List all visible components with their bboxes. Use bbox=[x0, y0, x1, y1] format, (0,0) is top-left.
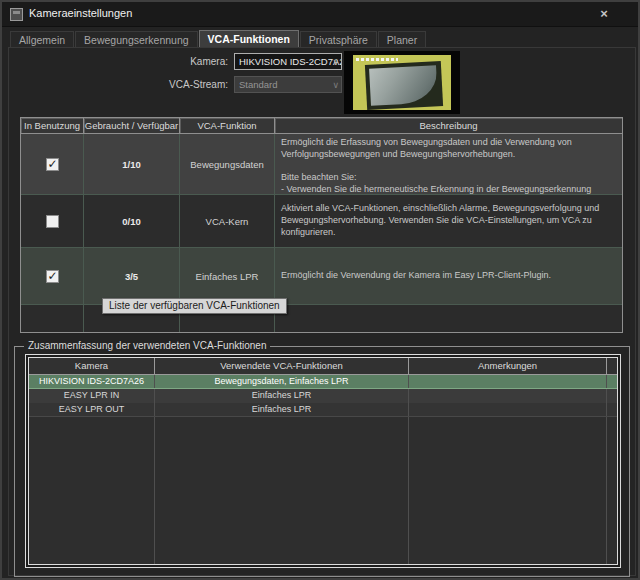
tab-allgemein[interactable]: Allgemein bbox=[10, 31, 74, 48]
usage-value: 1/10 bbox=[84, 134, 180, 195]
summary-table-frame: Kamera Verwendete VCA-Funktionen Anmerku… bbox=[25, 354, 621, 568]
close-icon[interactable]: × bbox=[596, 7, 612, 22]
function-description: Ermöglicht die Verwendung der Kamera im … bbox=[275, 248, 622, 305]
function-name: Bewegungsdaten bbox=[180, 134, 275, 195]
header-beschreibung: Beschreibung bbox=[275, 118, 622, 134]
summary-row-easy-lpr-out[interactable]: EASY LPR OUT Einfaches LPR bbox=[29, 403, 617, 417]
vca-table-header: In Benutzung Gebraucht / Verfügbar VCA-F… bbox=[21, 118, 622, 134]
function-name: Einfaches LPR bbox=[180, 248, 275, 305]
camera-preview-photo bbox=[353, 55, 451, 110]
camera-select-value: HIKVISION IDS-2CD7A26 bbox=[239, 56, 342, 67]
vca-stream-select[interactable]: Standard ∨ bbox=[234, 76, 342, 93]
usage-value: 0/10 bbox=[84, 195, 180, 248]
summary-functions: Einfaches LPR bbox=[155, 403, 409, 416]
title-bar: Kameraeinstellungen × bbox=[2, 2, 638, 27]
summary-functions: Einfaches LPR bbox=[155, 389, 409, 403]
summary-notes bbox=[409, 375, 607, 388]
header-vca-funktion: VCA-Funktion bbox=[180, 118, 275, 134]
checkbox-bewegungsdaten[interactable] bbox=[46, 158, 59, 171]
camera-label: Kamera: bbox=[118, 56, 228, 67]
summary-row-easy-lpr-in[interactable]: EASY LPR IN Einfaches LPR bbox=[29, 389, 617, 403]
header-anmerkungen: Anmerkungen bbox=[409, 358, 607, 374]
function-description: Ermöglicht die Erfassung von Bewegungsda… bbox=[275, 134, 622, 195]
camera-settings-dialog: Kameraeinstellungen × Allgemein Bewegung… bbox=[0, 0, 640, 580]
function-name: VCA-Kern bbox=[180, 195, 275, 248]
summary-functions: Bewegungsdaten, Einfaches LPR bbox=[155, 375, 409, 388]
summary-camera: HIKVISION IDS-2CD7A26 bbox=[29, 375, 155, 388]
summary-camera: EASY LPR IN bbox=[29, 389, 155, 403]
summary-camera: EASY LPR OUT bbox=[29, 403, 155, 416]
tab-privatsphaere[interactable]: Privatsphäre bbox=[300, 31, 377, 48]
checkbox-einfaches-lpr[interactable] bbox=[46, 270, 59, 283]
framed-road-scene bbox=[365, 61, 443, 110]
tooltip: Liste der verfügbaren VCA-Funktionen bbox=[102, 298, 287, 314]
vca-stream-label: VCA-Stream: bbox=[118, 79, 228, 90]
summary-group-title: Zusammenfassung der verwendeten VCA-Funk… bbox=[24, 340, 270, 351]
usage-value: 3/5 bbox=[84, 248, 180, 305]
chevron-down-icon: ∨ bbox=[332, 55, 339, 70]
camera-preview bbox=[344, 51, 460, 114]
header-verwendete-vca-funktionen: Verwendete VCA-Funktionen bbox=[155, 358, 409, 374]
page-title: Kameraeinstellungen bbox=[29, 7, 132, 19]
checkbox-vca-kern[interactable] bbox=[46, 215, 59, 228]
header-gebraucht-verfuegbar: Gebraucht / Verfügbar bbox=[84, 118, 180, 134]
tab-bar: Allgemein Bewegungserkennung VCA-Funktio… bbox=[10, 30, 427, 48]
summary-empty-space bbox=[29, 417, 617, 564]
chevron-down-icon: ∨ bbox=[332, 78, 339, 93]
summary-groupbox: Zusammenfassung der verwendeten VCA-Funk… bbox=[14, 346, 630, 577]
header-kamera: Kamera bbox=[29, 358, 155, 374]
table-row-bewegungsdaten: 1/10 Bewegungsdaten Ermöglicht die Erfas… bbox=[21, 134, 622, 195]
summary-row-hikvision[interactable]: HIKVISION IDS-2CD7A26 Bewegungsdaten, Ei… bbox=[29, 375, 617, 389]
app-window-icon bbox=[10, 8, 23, 21]
header-in-benutzung: In Benutzung bbox=[21, 118, 84, 134]
function-description: Aktiviert alle VCA-Funktionen, einschlie… bbox=[275, 195, 622, 248]
summary-table-header: Kamera Verwendete VCA-Funktionen Anmerku… bbox=[29, 358, 617, 375]
tab-vca-funktionen[interactable]: VCA-Funktionen bbox=[199, 30, 299, 48]
summary-notes bbox=[409, 389, 607, 403]
table-row-einfaches-lpr: 3/5 Einfaches LPR Ermöglicht die Verwend… bbox=[21, 248, 622, 305]
camera-select[interactable]: HIKVISION IDS-2CD7A26 ∨ bbox=[234, 53, 342, 70]
tab-bewegungserkennung[interactable]: Bewegungserkennung bbox=[75, 31, 198, 48]
timestamp-overlay bbox=[356, 58, 398, 61]
tab-planer[interactable]: Planer bbox=[378, 31, 426, 48]
summary-notes bbox=[409, 403, 607, 416]
vca-stream-select-value: Standard bbox=[239, 79, 278, 90]
table-row-vca-kern: 0/10 VCA-Kern Aktiviert alle VCA-Funktio… bbox=[21, 195, 622, 248]
